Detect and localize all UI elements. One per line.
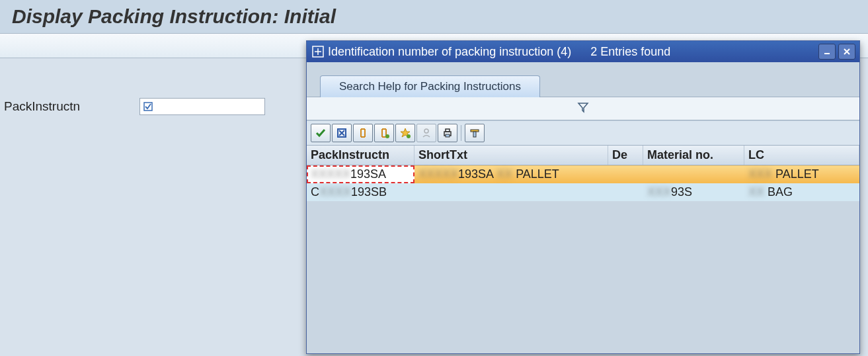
dialog-icon (312, 46, 324, 58)
accept-button[interactable] (311, 124, 331, 142)
cell-packinstructn[interactable]: CXXXX193SB (307, 183, 414, 201)
packinstructn-label: PackInstructn (4, 99, 80, 114)
favorites-button[interactable] (395, 124, 415, 142)
col-shorttxt[interactable]: ShortTxt (414, 146, 608, 165)
col-de[interactable]: De (608, 146, 643, 165)
cell-packinstructn[interactable]: XXXXX193SA (307, 165, 414, 184)
dialog-title-text: Identification number of packing instruc… (328, 45, 571, 58)
svg-rect-9 (446, 134, 450, 137)
minimize-button[interactable] (818, 44, 836, 60)
cancel-button[interactable] (332, 124, 352, 142)
results-table: PackInstructn ShortTxt De Material no. L… (307, 146, 859, 201)
dialog-empty-area (307, 201, 859, 353)
svg-point-6 (424, 129, 428, 133)
personal-list-button[interactable] (416, 124, 436, 142)
dialog-titlebar: Identification number of packing instruc… (307, 41, 859, 62)
cell-material (643, 165, 744, 184)
packinstructn-input-wrap[interactable] (139, 98, 265, 115)
print-button[interactable] (438, 124, 457, 142)
tab-search-help[interactable]: Search Help for Packing Instructions (320, 75, 540, 97)
cell-de (608, 165, 643, 184)
cell-shorttxt: XXXXX193SA XX PALLET (414, 165, 608, 184)
cell-shorttxt (414, 183, 608, 201)
search-help-dialog: Identification number of packing instruc… (306, 40, 860, 354)
svg-rect-0 (144, 103, 152, 111)
page-title: Display Packing Instruction: Initial (0, 0, 868, 34)
table-row[interactable]: XXXXX193SA XXXXX193SA XX PALLET XXX PALL… (307, 165, 859, 184)
dialog-toolbar (307, 120, 859, 146)
find-button[interactable] (353, 124, 373, 142)
dialog-tabstrip: Search Help for Packing Instructions (307, 62, 859, 97)
layout-button[interactable] (465, 124, 485, 142)
find-next-button[interactable] (374, 124, 394, 142)
svg-point-5 (407, 134, 411, 138)
svg-rect-11 (473, 132, 476, 137)
search-help-icon (143, 101, 153, 112)
svg-rect-8 (446, 129, 450, 132)
close-button[interactable] (838, 44, 855, 60)
col-packinstructn[interactable]: PackInstructn (307, 146, 414, 165)
cell-material: XXX93S (643, 183, 744, 201)
col-material[interactable]: Material no. (643, 146, 744, 165)
dialog-filter-row (307, 97, 859, 120)
svg-point-4 (385, 134, 389, 138)
entries-found-text: 2 Entries found (590, 45, 670, 58)
cell-lc: XX BAG (744, 183, 859, 201)
filter-icon[interactable] (576, 101, 590, 117)
table-row[interactable]: CXXXX193SB XXX93S XX BAG (307, 183, 859, 201)
col-lc[interactable]: LC (744, 146, 859, 165)
cell-lc: XXX PALLET (744, 165, 859, 184)
packinstructn-input[interactable] (153, 100, 264, 113)
cell-de (608, 183, 643, 201)
